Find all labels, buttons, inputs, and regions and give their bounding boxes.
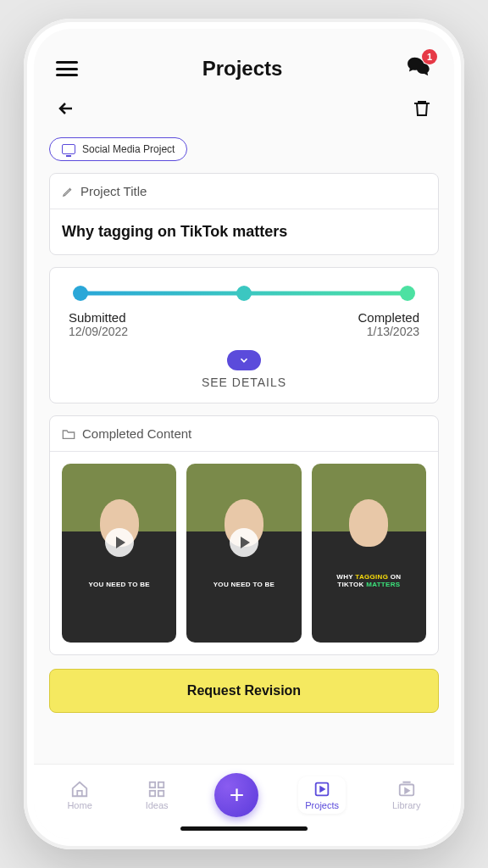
completed-content-card: Completed Content YOU NEED TO BE YOU NEE… (49, 415, 439, 655)
nav-projects[interactable]: Projects (298, 776, 346, 814)
thumb-caption: YOU NEED TO BE (62, 581, 176, 588)
progress-dot-mid (236, 286, 252, 301)
progress-dot-submitted (73, 286, 88, 301)
app-header: Projects 1 (34, 29, 454, 90)
completed-header: Completed Content (50, 416, 438, 452)
nav-library-label: Library (392, 800, 421, 810)
thumbnail-row: YOU NEED TO BE YOU NEED TO BE WHY TAGGIN… (50, 452, 438, 654)
back-button[interactable] (56, 98, 76, 122)
progress-left-date: 12/09/2022 (69, 325, 128, 338)
phone-frame: Projects 1 Social Media Project (24, 19, 464, 849)
progress-labels: Submitted 12/09/2022 Completed 1/13/2023 (65, 310, 423, 338)
play-icon (105, 528, 134, 557)
pencil-icon (62, 186, 74, 198)
projects-icon (313, 780, 331, 798)
progress-right-label: Completed (358, 310, 419, 325)
page-title: Projects (202, 57, 283, 81)
add-button[interactable]: + (214, 773, 258, 817)
project-title-label: Project Title (80, 184, 147, 198)
chip-label: Social Media Project (82, 143, 175, 155)
content-thumb-3[interactable]: WHY TAGGING ON TIKTOK MATTERS (312, 464, 426, 643)
notification-badge: 1 (422, 49, 437, 64)
folder-icon (62, 428, 75, 440)
progress-dot-completed (400, 286, 415, 301)
library-icon (397, 780, 416, 798)
progress-left-label: Submitted (69, 310, 128, 325)
svg-rect-3 (158, 791, 164, 796)
nav-projects-label: Projects (305, 800, 339, 810)
progress-card: Submitted 12/09/2022 Completed 1/13/2023… (49, 267, 439, 403)
plus-icon: + (230, 781, 245, 810)
nav-home[interactable]: Home (60, 776, 98, 814)
progress-left: Submitted 12/09/2022 (69, 310, 128, 338)
thumb-caption: YOU NEED TO BE (186, 581, 301, 588)
project-type-chip[interactable]: Social Media Project (49, 137, 187, 161)
home-indicator (180, 826, 308, 831)
screen: Projects 1 Social Media Project (34, 29, 454, 839)
home-icon (70, 780, 89, 798)
expand-details-button[interactable] (227, 350, 261, 370)
project-title-value[interactable]: Why tagging on TikTok matters (50, 209, 438, 254)
svg-rect-0 (150, 782, 155, 787)
content-scroll[interactable]: Social Media Project Project Title Why t… (34, 137, 454, 764)
progress-right: Completed 1/13/2023 (358, 310, 419, 338)
delete-button[interactable] (412, 98, 432, 122)
project-title-header: Project Title (50, 174, 438, 209)
messages-button[interactable]: 1 (407, 56, 432, 81)
svg-rect-1 (158, 782, 164, 787)
nav-ideas-label: Ideas (146, 800, 169, 810)
content-thumb-1[interactable]: YOU NEED TO BE (62, 464, 176, 643)
thumb-face (349, 499, 388, 547)
request-revision-button[interactable]: Request Revision (49, 669, 439, 713)
monitor-icon (62, 144, 75, 154)
see-details-label[interactable]: SEE DETAILS (65, 376, 423, 389)
trash-icon (412, 98, 432, 119)
arrow-left-icon (56, 98, 76, 119)
menu-button[interactable] (56, 61, 78, 76)
ideas-icon (147, 780, 166, 798)
nav-library[interactable]: Library (385, 776, 428, 814)
chevron-down-icon (238, 354, 250, 366)
thumb-caption: WHY TAGGING ON TIKTOK MATTERS (312, 573, 426, 588)
play-icon (230, 528, 258, 557)
progress-track (80, 287, 408, 300)
completed-header-label: Completed Content (82, 426, 191, 441)
nav-home-label: Home (67, 800, 92, 810)
content-thumb-2[interactable]: YOU NEED TO BE (186, 464, 301, 643)
nav-ideas[interactable]: Ideas (139, 776, 175, 814)
sub-header (34, 90, 454, 137)
progress-right-date: 1/13/2023 (358, 325, 419, 338)
project-title-card: Project Title Why tagging on TikTok matt… (49, 173, 439, 255)
svg-rect-2 (150, 791, 155, 796)
